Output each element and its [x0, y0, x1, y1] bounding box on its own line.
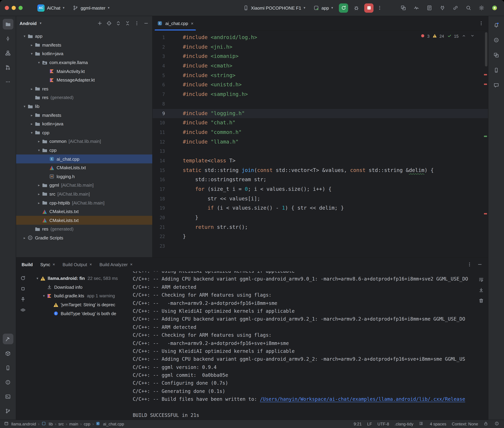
code-line-16[interactable]: 16 std::ostringstream str;: [153, 175, 488, 185]
code-area[interactable]: 1#include <android/log.h>2#include <jni.…: [153, 31, 488, 257]
run-config-selector[interactable]: app ▾: [311, 4, 335, 12]
build-tab-sync[interactable]: Sync×: [40, 262, 55, 267]
breadcrumb-main[interactable]: main: [69, 422, 78, 427]
caret-position[interactable]: 9:21: [354, 422, 362, 427]
indent-size[interactable]: 4 spaces: [430, 422, 446, 427]
version-control-tool-button[interactable]: [3, 406, 13, 416]
breadcrumb-cpp[interactable]: cpp: [84, 422, 90, 427]
device-mirroring-button[interactable]: [450, 3, 460, 13]
zoom-window-button[interactable]: [18, 6, 23, 10]
tree-toggle-icon[interactable]: ▸: [29, 113, 35, 117]
tree-item-cpp-httplib[interactable]: ▸cpp-httplib[AiChat.lib.main]: [16, 198, 152, 207]
build-tree-item-jvmtarget-string-is-deprec[interactable]: 'jvmTarget: String' is deprec: [30, 300, 130, 309]
tree-toggle-icon[interactable]: ▸: [36, 183, 42, 187]
code-line-23[interactable]: 23: [153, 241, 488, 251]
code-line-19[interactable]: 19 if (i < values.size() - 1) { str << d…: [153, 204, 488, 213]
tree-toggle-icon[interactable]: ▾: [22, 105, 27, 108]
code-line-11[interactable]: 11#include "common.h": [153, 128, 488, 137]
tree-toggle-icon[interactable]: ▾: [36, 61, 42, 64]
collapse-all-icon[interactable]: [125, 21, 130, 26]
file-encoding[interactable]: UTF-8: [377, 422, 389, 427]
tree-toggle-icon[interactable]: ▾: [22, 34, 27, 38]
tab-options-icon[interactable]: [478, 21, 484, 26]
more-run-actions-icon[interactable]: [377, 5, 382, 11]
tree-item-cpp[interactable]: ▾cpp: [16, 128, 152, 137]
run-button[interactable]: [339, 3, 348, 13]
passed-count[interactable]: 15: [447, 33, 459, 39]
structure-tool-button[interactable]: [3, 48, 13, 58]
tree-item-kotlin-java[interactable]: ▾kotlin+java: [16, 49, 152, 58]
project-view-selector[interactable]: Android: [19, 21, 37, 26]
project-tool-button[interactable]: [3, 19, 13, 29]
code-line-15[interactable]: 15static std::string join(const std::vec…: [153, 166, 488, 175]
tree-toggle-icon[interactable]: ▾: [29, 131, 35, 135]
tree-item-res[interactable]: res(generated): [16, 93, 152, 102]
context-widget[interactable]: Context: None: [452, 422, 478, 427]
build-options-icon[interactable]: [467, 262, 472, 267]
settings-button[interactable]: [476, 3, 486, 13]
tree-item-cmakelists-txt[interactable]: CMakeLists.txt: [16, 207, 152, 216]
branch-selector[interactable]: ggml-master ▾: [70, 4, 112, 12]
error-stripe[interactable]: [484, 31, 487, 257]
build-tree-item-download-info[interactable]: Download info: [30, 283, 130, 291]
tree-item-common[interactable]: ▸common[AiChat.lib.main]: [16, 137, 152, 146]
code-line-4[interactable]: 4#include <cmath>: [153, 61, 488, 71]
stop-build-icon[interactable]: [20, 286, 26, 291]
terminal-tool-button[interactable]: [3, 391, 13, 402]
project-selector[interactable]: AC AiChat ▾: [35, 3, 67, 13]
tree-toggle-icon[interactable]: ▸: [29, 43, 35, 47]
code-line-13[interactable]: 13: [153, 147, 488, 156]
tree-item-messageadapter-kt[interactable]: MessageAdapter.kt: [16, 76, 152, 84]
tree-item-manifests[interactable]: ▸manifests: [16, 41, 152, 49]
code-line-22[interactable]: 22}: [153, 232, 488, 241]
build-tab-build-analyzer[interactable]: Build Analyzer×: [99, 262, 133, 267]
pin-tab-icon[interactable]: [20, 297, 26, 302]
commit-tool-button[interactable]: [3, 33, 13, 44]
locate-file-icon[interactable]: [106, 21, 112, 26]
code-line-9[interactable]: 9#include "logging.h": [153, 109, 488, 118]
build-tab-build-output[interactable]: Build Output×: [63, 262, 92, 267]
device-manager-tool-button[interactable]: [491, 50, 502, 60]
resource-manager-tool-button[interactable]: [3, 348, 13, 359]
breadcrumb-lib[interactable]: lib: [42, 421, 53, 427]
tree-item-res[interactable]: res(generated): [16, 225, 152, 233]
build-console[interactable]: C/C++: -- Using KleidiAI optimized kerne…: [130, 271, 488, 420]
breadcrumb-src[interactable]: src: [58, 422, 64, 427]
build-tree-item-build-gradle-kts[interactable]: ▾build.gradle.ktsapp 1 warning: [30, 291, 130, 300]
clang-tidy-status[interactable]: .clang-tidy: [395, 422, 413, 427]
code-line-14[interactable]: 14template<class T>: [153, 156, 488, 166]
tree-toggle-icon[interactable]: ▾: [29, 52, 35, 56]
breadcrumb-ai-chat-cpp[interactable]: Cai_chat.cpp: [96, 421, 124, 427]
previous-problem-icon[interactable]: [462, 33, 467, 39]
more-options-icon[interactable]: [134, 21, 140, 26]
code-line-7[interactable]: 7#include <sampling.h>: [153, 90, 488, 99]
line-ending[interactable]: LF: [367, 422, 372, 427]
scroll-to-end-icon[interactable]: [478, 287, 484, 293]
code-line-2[interactable]: 2#include <jni.h>: [153, 42, 488, 52]
preview-icon[interactable]: [20, 307, 26, 313]
minimize-window-button[interactable]: [12, 6, 16, 10]
expand-all-icon[interactable]: [116, 21, 121, 26]
code-line-21[interactable]: 21 return str.str();: [153, 223, 488, 232]
tree-item-ai-chat-cpp[interactable]: Cai_chat.cpp: [16, 155, 152, 163]
tree-item-gradle-scripts[interactable]: ▸GGradle Scripts: [16, 233, 152, 242]
tree-item-manifests[interactable]: ▸manifests: [16, 111, 152, 120]
tree-toggle-icon[interactable]: ▾: [35, 277, 40, 280]
soft-wrap-icon[interactable]: [478, 277, 484, 282]
build-panel-title[interactable]: Build: [22, 262, 33, 267]
debug-button[interactable]: [351, 3, 361, 13]
search-everywhere-button[interactable]: [463, 3, 473, 13]
error-count[interactable]: 3: [420, 33, 429, 39]
build-tree-item-buildtype-debug-is-both-de[interactable]: BuildType 'debug' is both de: [30, 309, 130, 318]
tree-item-src[interactable]: ▸src[AiChat.lib.main]: [16, 189, 152, 198]
code-line-12[interactable]: 12#include "llama.h": [153, 137, 488, 147]
code-line-6[interactable]: 6#include <unistd.h>: [153, 80, 488, 90]
close-tab-icon[interactable]: ×: [53, 262, 55, 267]
clear-all-icon[interactable]: [478, 298, 484, 304]
running-devices-tool-button[interactable]: [491, 65, 502, 75]
next-problem-icon[interactable]: [470, 33, 476, 39]
pull-requests-tool-button[interactable]: [3, 62, 13, 73]
close-tab-icon[interactable]: ×: [191, 21, 193, 26]
close-tab-icon[interactable]: ×: [130, 262, 133, 267]
build-tree-item-llama-android-fin[interactable]: ▾llama.android: fin22 sec, 583 ms: [30, 274, 130, 283]
